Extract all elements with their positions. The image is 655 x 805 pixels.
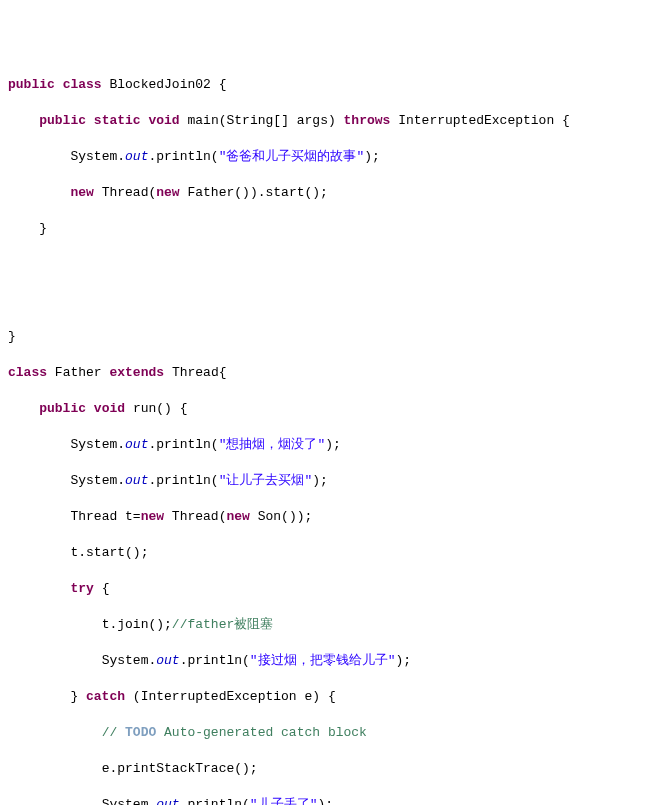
keyword-void: void [94,401,125,416]
close: ); [317,797,333,805]
string-literal: "让儿子去买烟" [219,473,313,488]
code-line: public class BlockedJoin02 { [8,76,655,94]
code-line: System.out.println("接过烟，把零钱给儿子"); [8,652,655,670]
close: ); [312,473,328,488]
superclass: Thread [172,365,219,380]
sys: System. [70,149,125,164]
field-out: out [125,149,148,164]
println: .println( [148,437,218,452]
start-call: t.start(); [70,545,148,560]
field-out: out [156,653,179,668]
keyword-new: new [156,185,179,200]
keyword-catch: catch [86,689,125,704]
code-line: System.out.println("儿子丢了"); [8,796,655,805]
println: .println( [180,653,250,668]
keyword-extends: extends [109,365,164,380]
sys: System. [102,653,157,668]
close: ); [325,437,341,452]
code-line: e.printStackTrace(); [8,760,655,778]
string-literal: "接过烟，把零钱给儿子" [250,653,396,668]
method-name: run() [133,401,172,416]
field-out: out [125,473,148,488]
keyword-new: new [141,509,164,524]
params: (String[] args) [219,113,336,128]
code-block: public class BlockedJoin02 { public stat… [8,58,655,805]
code-line: System.out.println("想抽烟，烟没了"); [8,436,655,454]
code-line: public void run() { [8,400,655,418]
sys: System. [70,473,125,488]
println: .println( [180,797,250,805]
string-literal: "儿子丢了" [250,797,318,805]
join-call: t.join(); [102,617,172,632]
keyword-class: class [63,77,102,92]
son-call: Son()); [258,509,313,524]
thread: Thread( [102,185,157,200]
println: .println( [148,149,218,164]
class-name: Father [55,365,102,380]
method-name: main [188,113,219,128]
code-line: Thread t=new Thread(new Son()); [8,508,655,526]
comment: Auto-generated catch block [156,725,367,740]
catch-param: (InterruptedException e) [133,689,320,704]
keyword-static: static [94,113,141,128]
code-line: class Father extends Thread{ [8,364,655,382]
sys: System. [102,797,157,805]
println: .println( [148,473,218,488]
field-out: out [125,437,148,452]
keyword-public: public [8,77,55,92]
thread-ctor: Thread( [172,509,227,524]
code-line: } catch (InterruptedException e) { [8,688,655,706]
code-line [8,292,655,310]
code-line: System.out.println("爸爸和儿子买烟的故事"); [8,148,655,166]
keyword-class: class [8,365,47,380]
code-line: t.start(); [8,544,655,562]
close: ); [364,149,380,164]
string-literal: "想抽烟，烟没了" [219,437,326,452]
code-line [8,256,655,274]
code-line: // TODO Auto-generated catch block [8,724,655,742]
father-call: Father()).start(); [187,185,327,200]
keyword-throws: throws [344,113,391,128]
keyword-public: public [39,113,86,128]
stacktrace: e.printStackTrace(); [102,761,258,776]
comment: // [102,725,125,740]
code-line: t.join();//father被阻塞 [8,616,655,634]
keyword-try: try [70,581,93,596]
code-line: } [8,328,655,346]
keyword-new: new [70,185,93,200]
close: ); [395,653,411,668]
exception-type: InterruptedException [398,113,554,128]
keyword-void: void [148,113,179,128]
keyword-public: public [39,401,86,416]
string-literal: "爸爸和儿子买烟的故事" [219,149,365,164]
sys: System. [70,437,125,452]
code-line: } [8,220,655,238]
comment: //father被阻塞 [172,617,273,632]
code-line: try { [8,580,655,598]
code-line: new Thread(new Father()).start(); [8,184,655,202]
code-line: public static void main(String[] args) t… [8,112,655,130]
code-line: System.out.println("让儿子去买烟"); [8,472,655,490]
todo-tag: TODO [125,725,156,740]
thread-decl: Thread t= [70,509,140,524]
keyword-new: new [226,509,249,524]
field-out: out [156,797,179,805]
class-name: BlockedJoin02 [109,77,210,92]
